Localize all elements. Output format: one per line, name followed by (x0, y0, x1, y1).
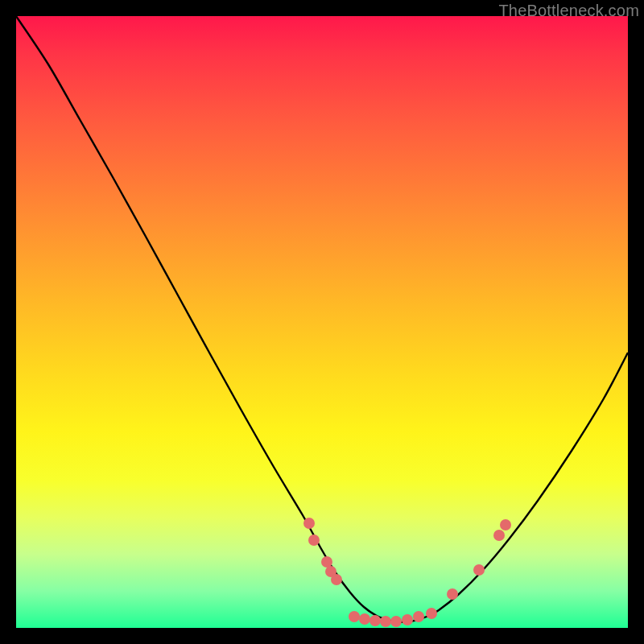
curve-svg (16, 16, 628, 628)
marker-group (303, 518, 511, 627)
bottleneck-curve (16, 16, 628, 622)
marker-dot (426, 608, 437, 619)
marker-dot (331, 574, 342, 585)
outer-frame: TheBottleneck.com (0, 0, 644, 644)
marker-dot (359, 613, 370, 625)
marker-dot (413, 611, 424, 622)
marker-dot (369, 615, 381, 626)
marker-dot (390, 616, 402, 627)
watermark-label: TheBottleneck.com (498, 2, 639, 20)
marker-dot (321, 556, 332, 568)
marker-dot (380, 616, 391, 627)
marker-dot (349, 611, 360, 622)
marker-dot (447, 588, 458, 600)
marker-dot (500, 519, 511, 530)
marker-dot (308, 535, 320, 546)
marker-dot (402, 614, 413, 625)
marker-dot (473, 564, 485, 576)
plot-area (16, 16, 628, 628)
marker-dot (493, 530, 505, 541)
marker-dot (303, 518, 315, 529)
